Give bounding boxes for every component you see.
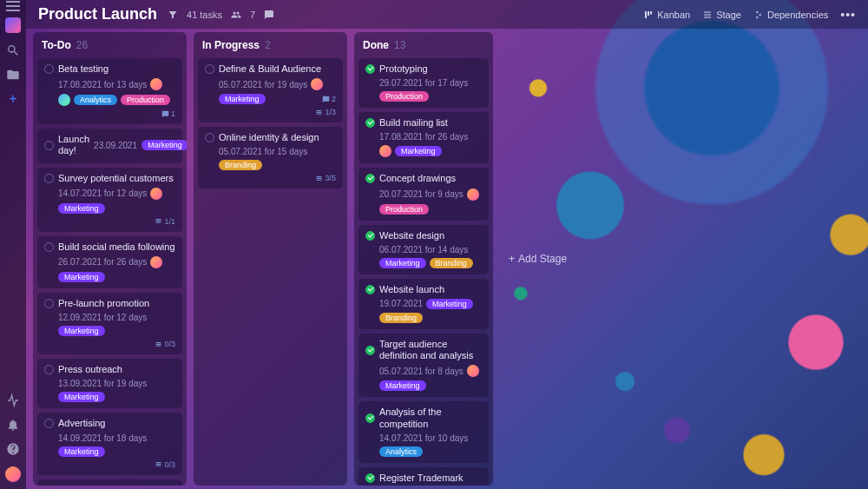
status-icon[interactable] xyxy=(44,64,54,74)
activity-icon[interactable] xyxy=(6,393,20,407)
assignee-avatar[interactable] xyxy=(150,78,162,90)
task-title: Survey potential customers xyxy=(58,173,174,184)
tag: Marketing xyxy=(379,258,426,268)
task-date: 12.09.2021 for 12 days xyxy=(58,313,147,322)
status-icon[interactable] xyxy=(365,118,375,128)
column-count: 13 xyxy=(394,39,405,51)
task-card[interactable]: Define & Build Audience05.07.2021 for 19… xyxy=(198,58,343,122)
assignee-avatar[interactable] xyxy=(311,78,323,90)
task-card[interactable]: Survey potential customers14.07.2021 for… xyxy=(37,168,182,232)
subtask-badge[interactable]: 0/3 xyxy=(155,460,175,469)
column-done: Done13Prototyping29.07.2021 for 17 daysP… xyxy=(354,32,493,486)
status-icon[interactable] xyxy=(44,174,54,183)
tag: Branding xyxy=(219,160,262,170)
add-icon[interactable]: + xyxy=(9,92,16,106)
task-card[interactable]: Analysis of the competition14.07.2021 fo… xyxy=(358,401,489,462)
task-card[interactable]: Build social media following26.07.2021 f… xyxy=(37,236,182,288)
tag: Marketing xyxy=(58,272,105,282)
task-date: 14.07.2021 for 12 days xyxy=(58,188,147,198)
status-icon[interactable] xyxy=(205,133,214,142)
status-icon[interactable] xyxy=(44,365,54,374)
add-stage-button[interactable]: + Add Stage xyxy=(500,32,575,486)
status-icon[interactable] xyxy=(44,419,54,428)
people-icon[interactable] xyxy=(231,10,241,20)
tag: Marketing xyxy=(58,446,105,457)
menu-icon[interactable] xyxy=(6,5,20,7)
task-card[interactable]: Press outreach13.09.2021 for 19 daysMark… xyxy=(37,359,182,408)
task-title: Press outreach xyxy=(58,364,122,375)
tag: Branding xyxy=(430,258,473,268)
assignee-avatar[interactable] xyxy=(150,188,162,200)
subtask-badge[interactable]: 1/3 xyxy=(315,108,336,116)
task-date: 05.07.2021 for 19 days xyxy=(219,80,307,89)
assignee-avatar[interactable] xyxy=(58,94,70,106)
status-icon[interactable] xyxy=(365,346,375,355)
status-icon[interactable] xyxy=(365,473,375,483)
task-card[interactable]: Launch day!23.09.2021Marketing xyxy=(37,129,182,162)
assignee-avatar[interactable] xyxy=(467,365,479,377)
task-card[interactable]: Concept drawings20.07.2021 for 9 daysPro… xyxy=(358,168,489,220)
task-date: 17.08.2021 for 13 days xyxy=(58,80,147,89)
status-icon[interactable] xyxy=(365,64,375,74)
status-icon[interactable] xyxy=(44,299,54,308)
task-date: 05.07.2021 for 8 days xyxy=(379,367,464,376)
folder-icon[interactable] xyxy=(6,68,20,82)
task-card[interactable]: Pre-launch promotion12.09.2021 for 12 da… xyxy=(37,293,182,354)
status-icon[interactable] xyxy=(365,174,375,183)
task-card[interactable]: Advertising14.09.2021 for 18 daysMarketi… xyxy=(37,413,182,474)
task-card[interactable]: Finalize design16.08.2021Production xyxy=(37,479,182,486)
user-avatar[interactable] xyxy=(5,466,21,482)
task-card[interactable]: Beta testing17.08.2021 for 13 daysAnalyt… xyxy=(37,58,182,124)
assignee-avatar[interactable] xyxy=(379,145,391,157)
task-card[interactable]: Register Trademark07.07.2021 for 2 days3… xyxy=(358,467,489,486)
task-title: Analysis of the competition xyxy=(379,406,482,429)
tag: Marketing xyxy=(141,140,187,150)
project-title: Product Launch xyxy=(38,5,157,23)
view-stage[interactable]: Stage xyxy=(702,10,741,20)
comments-badge[interactable]: 2 xyxy=(322,95,336,103)
task-title: Build social media following xyxy=(58,241,175,253)
status-icon[interactable] xyxy=(365,285,375,294)
assignee-avatar[interactable] xyxy=(467,188,479,201)
tag: Analytics xyxy=(74,95,117,105)
task-title: Website design xyxy=(379,230,444,241)
task-card[interactable]: Website launch19.07.2021MarketingBrandin… xyxy=(358,279,489,329)
subtask-badge[interactable]: 0/3 xyxy=(155,340,175,348)
comments-badge[interactable]: 1 xyxy=(161,109,175,118)
task-date: 23.09.2021 xyxy=(94,141,137,150)
tag: Analytics xyxy=(379,446,423,457)
more-icon[interactable]: ••• xyxy=(840,8,856,22)
task-date: 17.08.2021 for 26 days xyxy=(379,132,468,142)
assignee-avatar[interactable] xyxy=(150,256,162,268)
tasks-count: 41 tasks xyxy=(187,10,222,20)
task-card[interactable]: Website design06.07.2021 for 14 daysMark… xyxy=(358,225,489,274)
column-title: To-Do xyxy=(42,39,71,51)
task-date: 29.07.2021 for 17 days xyxy=(379,78,468,88)
tag: Production xyxy=(379,204,429,215)
filter-icon[interactable] xyxy=(168,10,178,20)
task-card[interactable]: Target audience definition and analysis0… xyxy=(358,334,489,397)
tag: Marketing xyxy=(58,203,105,214)
search-icon[interactable] xyxy=(6,43,20,57)
task-card[interactable]: Online identity & design05.07.2021 for 1… xyxy=(198,127,343,188)
task-card[interactable]: Prototyping29.07.2021 for 17 daysProduct… xyxy=(358,58,489,108)
tag: Production xyxy=(121,95,170,105)
view-dependencies[interactable]: Dependencies xyxy=(753,10,828,20)
status-icon[interactable] xyxy=(205,64,214,74)
chat-icon[interactable] xyxy=(264,10,274,20)
help-icon[interactable] xyxy=(6,442,20,456)
subtask-badge[interactable]: 3/5 xyxy=(315,174,336,182)
status-icon[interactable] xyxy=(44,242,54,252)
status-icon[interactable] xyxy=(44,141,54,150)
status-icon[interactable] xyxy=(365,231,375,241)
task-title: Target audience definition and analysis xyxy=(379,339,482,361)
workspace-logo[interactable] xyxy=(5,17,21,33)
status-icon[interactable] xyxy=(365,413,375,423)
view-kanban[interactable]: Kanban xyxy=(643,10,690,20)
task-title: Build mailing list xyxy=(379,117,448,129)
task-title: Advertising xyxy=(58,418,105,429)
column-title: In Progress xyxy=(202,39,260,51)
bell-icon[interactable] xyxy=(6,418,20,432)
subtask-badge[interactable]: 1/1 xyxy=(155,217,175,226)
task-card[interactable]: Build mailing list17.08.2021 for 26 days… xyxy=(358,112,489,163)
